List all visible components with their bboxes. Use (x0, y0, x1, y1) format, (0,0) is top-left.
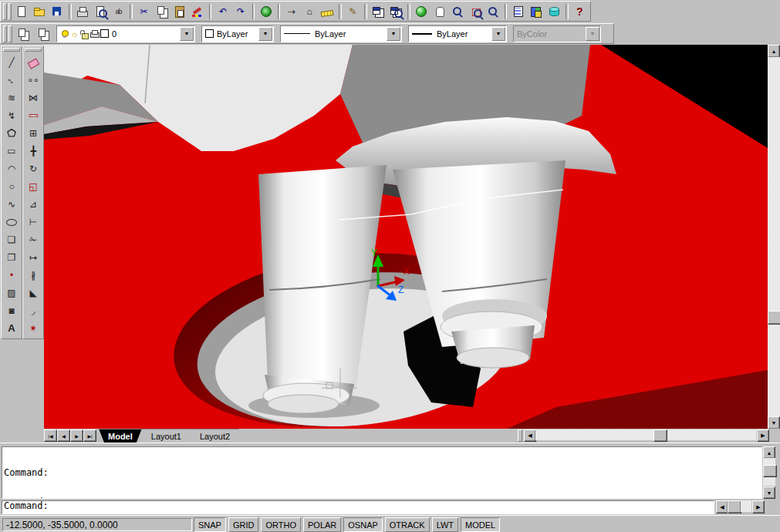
open-button[interactable] (31, 2, 47, 20)
toggle-model[interactable]: MODEL (461, 517, 500, 532)
tab-next-button[interactable]: ▶ (70, 429, 83, 442)
toggle-osnap[interactable]: OSNAP (343, 517, 383, 532)
explode-button[interactable]: ✶ (24, 319, 42, 337)
linetype-combo[interactable]: ByLayer ▼ (280, 25, 402, 42)
line-button[interactable]: ╱ (2, 53, 21, 71)
print-preview-button[interactable] (93, 2, 109, 20)
command-hscrollbar[interactable]: ◀ ▶ (716, 500, 765, 513)
layer-unlock-icon[interactable] (80, 29, 89, 39)
print-button[interactable] (75, 2, 91, 20)
ucs-button[interactable]: ⌂ (302, 2, 318, 20)
erase-button[interactable] (24, 53, 42, 71)
hscroll-thumb[interactable] (728, 500, 741, 513)
designcenter-button[interactable] (528, 2, 545, 20)
multiline-button[interactable]: ≋ (2, 89, 21, 106)
lineweight-combo-arrow[interactable]: ▼ (491, 27, 505, 41)
insert-block-button[interactable]: ❏ (2, 231, 21, 248)
point-button[interactable]: • (2, 266, 21, 284)
multiline-text-button[interactable]: A (2, 319, 21, 337)
hscroll-thumb[interactable] (653, 429, 667, 442)
extend-button[interactable]: ↦ (24, 248, 42, 266)
scroll-up-button[interactable]: ▲ (768, 45, 780, 58)
make-block-button[interactable]: ❐ (2, 248, 21, 266)
toggle-snap[interactable]: SNAP (194, 517, 226, 532)
layers-button[interactable] (34, 25, 52, 42)
linetype-combo-arrow[interactable]: ▼ (387, 27, 400, 41)
copy-button[interactable] (154, 2, 170, 20)
undo-button[interactable]: ↶ (214, 2, 231, 20)
make-layer-current-button[interactable] (14, 25, 32, 42)
toolbar-grip[interactable] (3, 3, 7, 20)
array-button[interactable]: ⊞ (24, 124, 42, 142)
hscroll-track[interactable] (741, 500, 751, 512)
model-viewport[interactable]: Y X Z (44, 45, 768, 429)
hatch-button[interactable]: ▨ (2, 284, 21, 301)
region-button[interactable]: ◙ (2, 301, 21, 319)
dbconnect-button[interactable] (546, 2, 562, 20)
scale-button[interactable]: ◱ (24, 177, 42, 195)
break-button[interactable]: ∦ (24, 266, 42, 284)
rectangle-button[interactable]: ▭ (2, 142, 21, 160)
circle-button[interactable]: ○ (2, 177, 21, 195)
layer-on-bulb-icon[interactable] (60, 29, 69, 39)
scroll-right-button[interactable]: ▶ (752, 500, 765, 513)
viewport-hscrollbar[interactable]: ◀ ▶ (524, 429, 768, 441)
layer-plot-printer-icon[interactable] (90, 29, 99, 39)
vscroll-track[interactable] (768, 57, 780, 416)
layer-combo-arrow[interactable]: ▼ (180, 27, 194, 41)
scroll-right-button[interactable]: ▶ (757, 429, 769, 442)
toggle-lwt[interactable]: LWT (432, 517, 458, 532)
layer-combo[interactable]: ☼ 0 ▼ (56, 25, 195, 42)
tab-layout2[interactable]: Layout2 (191, 429, 239, 443)
help-button[interactable]: ? (572, 2, 588, 20)
trim-button[interactable]: ✁ (24, 231, 42, 248)
scroll-left-button[interactable]: ◀ (716, 500, 728, 513)
vscroll-thumb[interactable] (768, 311, 780, 325)
pan-realtime-button[interactable] (431, 2, 447, 20)
new-file-button[interactable] (13, 2, 29, 20)
tab-layout1[interactable]: Layout1 (142, 429, 191, 443)
3d-orbit-button[interactable] (414, 2, 430, 20)
paste-button[interactable] (171, 2, 187, 20)
command-vscrollbar[interactable]: ▲ ▼ (763, 446, 775, 497)
mirror-button[interactable]: ⋈ (24, 89, 42, 106)
move-button[interactable]: ╋ (24, 142, 42, 160)
toolbar-grip[interactable] (8, 3, 12, 20)
color-combo[interactable]: ByLayer ▼ (201, 25, 274, 42)
offset-button[interactable]: ⊂⊃ (24, 106, 42, 124)
polygon-button[interactable] (2, 124, 21, 142)
chamfer-button[interactable]: ◣ (24, 284, 42, 301)
zoom-window-button[interactable] (467, 2, 483, 20)
color-combo-arrow[interactable]: ▼ (258, 27, 272, 41)
named-views-button[interactable] (370, 2, 387, 20)
tab-last-button[interactable]: ▶| (83, 429, 96, 442)
redraw-button[interactable]: ✎ (345, 2, 361, 20)
aerial-view-button[interactable] (388, 2, 404, 20)
coordinate-display[interactable]: -12.5000, -35.5000, 0.0000 (2, 518, 192, 531)
stretch-button[interactable]: ⊿ (24, 195, 42, 213)
spelling-button[interactable]: ab (110, 2, 127, 20)
toggle-grid[interactable]: GRID (228, 517, 259, 532)
tab-first-button[interactable]: |◀ (44, 429, 57, 442)
toggle-otrack[interactable]: OTRACK (385, 517, 430, 532)
zoom-realtime-button[interactable] (449, 2, 465, 20)
spline-button[interactable]: ∿ (2, 195, 21, 213)
scroll-down-button[interactable]: ▼ (763, 487, 775, 499)
tab-scroll-splitter[interactable] (518, 429, 522, 442)
save-button[interactable] (49, 2, 66, 20)
scroll-down-button[interactable]: ▼ (768, 416, 780, 429)
zoom-previous-button[interactable] (485, 2, 501, 20)
layer-thaw-sun-icon[interactable]: ☼ (70, 29, 79, 39)
polyline-button[interactable]: ↯ (2, 106, 21, 124)
tab-model[interactable]: Model (99, 429, 142, 443)
insert-hyperlink-button[interactable] (258, 2, 274, 20)
toolbar-grip[interactable] (3, 48, 20, 52)
fillet-button[interactable]: ◞ (24, 301, 42, 319)
toolbar-grip[interactable] (8, 25, 12, 42)
temporary-tracking-point-button[interactable]: ⇢ (283, 2, 299, 20)
vscroll-thumb[interactable] (763, 465, 777, 477)
arc-button[interactable]: ◠ (2, 160, 21, 177)
distance-button[interactable] (319, 2, 336, 20)
hscroll-track[interactable] (535, 429, 756, 440)
viewport-vscrollbar[interactable]: ▲ ▼ (768, 45, 780, 429)
